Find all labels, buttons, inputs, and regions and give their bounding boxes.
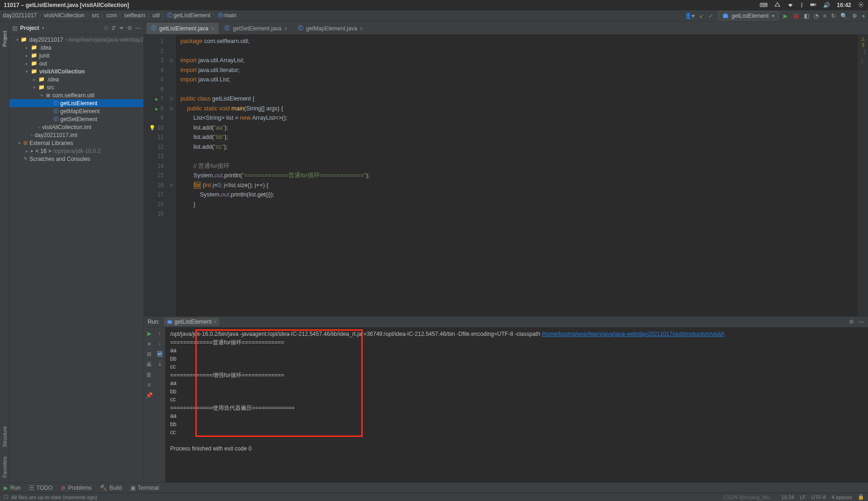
keyboard-icon[interactable]: ⌨ [760,2,768,8]
breadcrumb[interactable]: day20211017 [3,12,37,19]
breadcrumb[interactable]: com [106,12,117,19]
battery-icon[interactable] [810,1,817,9]
wifi-icon[interactable] [787,1,794,9]
tree-item[interactable]: ▸▸< 16 > /opt/java/jdk-16.0.2 [9,147,143,155]
problems-tab[interactable]: ⊘Problems [61,485,92,491]
layout-icon[interactable]: ⊞ [147,351,151,357]
warning-icon[interactable]: ⚠ [861,36,865,42]
run-icon[interactable]: ▶ [783,13,788,19]
close-tab-icon[interactable]: × [360,26,363,31]
editor-tab[interactable]: ⒸgetMapElement.java× [293,22,368,34]
caret-position[interactable]: 10:24 [781,494,794,500]
add-user-icon[interactable]: 👤▾ [685,13,695,19]
soft-wrap-icon[interactable]: ↵ [157,351,163,357]
editor-tabs: ⒸgetListElement.java×ⒸgetSetElement.java… [144,22,868,35]
stop-run-icon[interactable]: ■ [147,341,151,347]
sync-icon[interactable]: ↙ [699,13,704,19]
tree-item[interactable]: ▸📁.idea [9,75,143,83]
terminal-tab[interactable]: ▣Terminal [130,485,159,491]
pin-icon[interactable]: 📌 [146,392,153,399]
tree-item[interactable]: ▾⊞External Libraries [9,139,143,147]
tree-item[interactable]: ▫visitAllCollection.iml [9,123,143,131]
search-icon[interactable]: 🔍 [840,13,847,19]
tree-item[interactable]: ▾📁visitAllCollection [9,67,143,75]
up-icon[interactable]: ↑ [158,330,161,337]
close-tab-icon[interactable]: × [284,26,287,31]
project-tree[interactable]: ▾📁day20211017 ~/wxp/learn/java/java-web/… [9,35,143,482]
debug-icon[interactable]: 🐞 [792,13,799,19]
status-bar: ☐ All files are up-to-date (moments ago)… [0,493,868,501]
run-hide-icon[interactable]: — [859,319,864,325]
build-tab[interactable]: 🔨Build [100,485,122,491]
system-titlebar: 11017 – getListElement.java [visitAllCol… [0,0,868,10]
tree-item[interactable]: ▾📁src [9,83,143,91]
breadcrumb[interactable]: src [92,12,99,19]
tree-item[interactable]: ⒸgetListElement [9,99,143,107]
indent-info[interactable]: 4 spaces [832,494,852,500]
network-icon[interactable] [774,1,781,9]
coverage-icon[interactable]: ◧ [804,13,809,19]
tree-item[interactable]: ✎Scratches and Consoles [9,155,143,163]
tree-item[interactable]: ▸📁out [9,59,143,67]
clock[interactable]: 16:42 [837,2,851,8]
scratch-icon: ✎ [23,156,28,162]
volume-icon[interactable]: 🔊 [823,2,830,8]
readonly-lock-icon[interactable]: 🔒 [858,494,864,500]
tree-item[interactable]: ▾📁day20211017 ~/wxp/learn/java/java-web/… [9,36,143,44]
locate-icon[interactable]: ⦾ [104,25,108,31]
line-separator[interactable]: LF [800,494,806,500]
svg-rect-6 [168,320,172,324]
editor-tab[interactable]: ⒸgetListElement.java× [146,22,219,34]
ide-settings-icon[interactable]: ⚙ [852,13,857,19]
rerun-icon[interactable]: ▶ [147,330,151,337]
breadcrumb[interactable]: selflearn [124,12,145,19]
print-icon[interactable]: 🖶 [146,361,152,368]
avatar-icon[interactable]: ● [862,13,865,19]
todo-tab[interactable]: ☰TODO [29,485,52,491]
dump-icon[interactable]: ≡ [147,382,151,388]
project-tool-tab[interactable]: Project [2,31,7,47]
stop-icon[interactable]: ■ [823,13,826,19]
delete-icon[interactable]: 🗑 [146,371,152,378]
status-icon[interactable]: ☐ [4,494,8,500]
tree-item[interactable]: ▸📁.idea [9,44,143,51]
folder-src-icon: 📁 [38,84,45,90]
down-icon[interactable]: ↓ [158,341,161,347]
code-area[interactable]: package com.selflearn.util; import java.… [176,35,858,316]
editor-inspection-stripe[interactable]: ⚠ 2 〈 〉 [858,35,868,316]
structure-tool-tab[interactable]: Structure [2,426,7,447]
scroll-end-icon[interactable]: ⤓ [158,361,162,367]
run-tab[interactable]: ▶Run [4,485,21,491]
folder-icon: 📁 [31,44,37,51]
breadcrumb[interactable]: util [152,12,159,19]
console-output[interactable]: /opt/java/jdk-16.0.2/bin/java -javaagent… [165,327,868,482]
tree-item[interactable]: ▫day20211017.iml [9,131,143,139]
settings-gear-icon[interactable] [858,1,864,9]
breadcrumb[interactable]: ⓜmain [218,12,237,19]
tree-item[interactable]: ⒸgetSetElement [9,115,143,123]
update-icon[interactable]: ↻ [831,13,836,19]
breadcrumb[interactable]: ⒸgetListElement [167,12,210,19]
expand-all-icon[interactable]: ⇵ [111,25,116,31]
fold-gutter[interactable]: ⊟⊟⊟⊟ [167,35,176,316]
tree-item[interactable]: ▸📁junit [9,51,143,59]
profile-icon[interactable]: ◔ [814,13,818,19]
run-settings-icon[interactable]: ⚙ [849,319,854,325]
vcs-check-icon[interactable]: ✓ [709,13,713,19]
hide-panel-icon[interactable]: — [135,25,141,31]
module-icon: 📁 [21,36,27,43]
editor-gutter[interactable]: 123456▶7▶89💡10111213141516171819 [144,35,167,316]
project-panel: ▤ Project ▾ ⦾ ⇵ ⏷ ⚙ — ▾📁day20211017 ~/wx… [9,22,144,482]
favorites-tool-tab[interactable]: Favorites [2,457,7,478]
close-tab-icon[interactable]: × [211,26,214,31]
run-configuration-selector[interactable]: getListElement ▾ [718,11,778,21]
editor-tab[interactable]: ⒸgetSetElement.java× [219,22,293,34]
panel-settings-icon[interactable]: ⚙ [127,25,132,31]
tree-item[interactable]: ⒸgetMapElement [9,107,143,115]
bluetooth-icon[interactable]: ᛒ [800,2,803,8]
tree-item[interactable]: ▾▣com.selflearn.util [9,91,143,99]
collapse-all-icon[interactable]: ⏷ [119,25,124,31]
class-icon: Ⓒ [53,108,58,115]
file-encoding[interactable]: UTF-8 [811,494,826,500]
breadcrumb[interactable]: visitAllCollection [44,12,85,19]
